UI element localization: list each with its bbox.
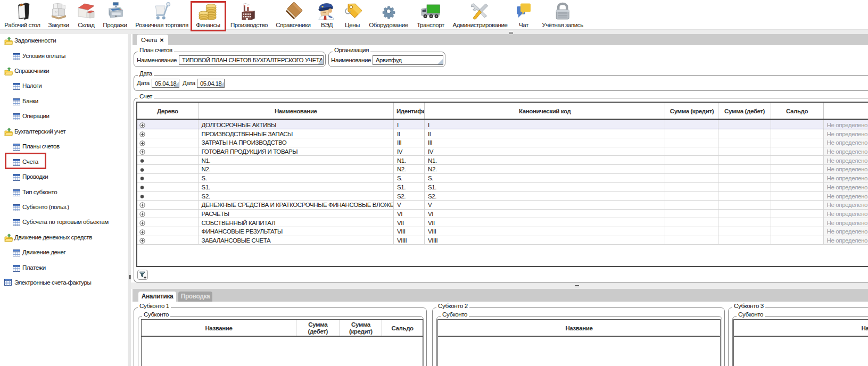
svg-text:9e: 9e: [20, 3, 23, 6]
